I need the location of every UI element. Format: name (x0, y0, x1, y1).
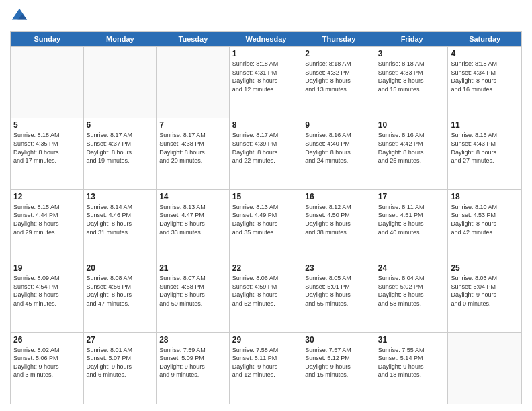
cell-detail: Sunrise: 8:17 AM Sunset: 4:37 PM Dayligh… (87, 131, 154, 165)
calendar-cell (84, 47, 157, 118)
cell-detail: Sunrise: 8:02 AM Sunset: 5:06 PM Dayligh… (13, 346, 81, 379)
cell-detail: Sunrise: 8:14 AM Sunset: 4:46 PM Dayligh… (87, 203, 154, 236)
day-number: 28 (159, 335, 226, 345)
cell-detail: Sunrise: 8:11 AM Sunset: 4:51 PM Dayligh… (378, 203, 445, 236)
day-number: 14 (159, 192, 226, 201)
weekday-header: Tuesday (157, 32, 230, 46)
cell-detail: Sunrise: 7:59 AM Sunset: 5:09 PM Dayligh… (159, 346, 226, 379)
cell-detail: Sunrise: 8:18 AM Sunset: 4:33 PM Dayligh… (378, 60, 445, 93)
calendar-cell: 3Sunrise: 8:18 AM Sunset: 4:33 PM Daylig… (375, 47, 449, 118)
day-number: 29 (232, 335, 300, 345)
calendar-cell: 24Sunrise: 8:04 AM Sunset: 5:02 PM Dayli… (375, 261, 449, 332)
cell-detail: Sunrise: 8:18 AM Sunset: 4:34 PM Dayligh… (451, 60, 519, 93)
cell-detail: Sunrise: 8:16 AM Sunset: 4:40 PM Dayligh… (305, 131, 372, 165)
day-number: 9 (305, 120, 372, 130)
day-number: 2 (305, 49, 372, 58)
day-number: 19 (13, 263, 81, 273)
logo-icon (10, 7, 29, 26)
calendar-cell: 25Sunrise: 8:03 AM Sunset: 5:04 PM Dayli… (448, 261, 521, 332)
cell-detail: Sunrise: 8:10 AM Sunset: 4:53 PM Dayligh… (451, 203, 519, 236)
calendar-cell: 5Sunrise: 8:18 AM Sunset: 4:35 PM Daylig… (11, 118, 84, 189)
calendar-cell: 20Sunrise: 8:08 AM Sunset: 4:56 PM Dayli… (84, 261, 157, 332)
calendar-cell: 19Sunrise: 8:09 AM Sunset: 4:54 PM Dayli… (11, 261, 84, 332)
cell-detail: Sunrise: 8:08 AM Sunset: 4:56 PM Dayligh… (87, 274, 154, 308)
calendar-cell (448, 333, 521, 404)
calendar-cell: 18Sunrise: 8:10 AM Sunset: 4:53 PM Dayli… (448, 190, 521, 261)
logo (10, 7, 32, 26)
day-number: 4 (451, 49, 519, 58)
calendar-cell: 31Sunrise: 7:55 AM Sunset: 5:14 PM Dayli… (375, 333, 449, 404)
day-number: 3 (378, 49, 445, 58)
cell-detail: Sunrise: 8:16 AM Sunset: 4:42 PM Dayligh… (378, 131, 445, 165)
day-number: 18 (451, 192, 519, 201)
cell-detail: Sunrise: 7:58 AM Sunset: 5:11 PM Dayligh… (232, 346, 300, 379)
calendar-cell: 22Sunrise: 8:06 AM Sunset: 4:59 PM Dayli… (230, 261, 303, 332)
calendar-cell: 2Sunrise: 8:18 AM Sunset: 4:32 PM Daylig… (302, 47, 375, 118)
cell-detail: Sunrise: 8:13 AM Sunset: 4:49 PM Dayligh… (232, 203, 300, 236)
calendar-cell: 30Sunrise: 7:57 AM Sunset: 5:12 PM Dayli… (302, 333, 375, 404)
cell-detail: Sunrise: 8:13 AM Sunset: 4:47 PM Dayligh… (159, 203, 226, 236)
cell-detail: Sunrise: 8:18 AM Sunset: 4:32 PM Dayligh… (305, 60, 372, 93)
day-number: 7 (159, 120, 226, 130)
calendar-row: 12Sunrise: 8:15 AM Sunset: 4:44 PM Dayli… (11, 189, 521, 261)
calendar-cell (157, 47, 230, 118)
weekday-header: Wednesday (230, 32, 303, 46)
day-number: 25 (451, 263, 519, 273)
calendar-cell (11, 47, 84, 118)
calendar-cell: 14Sunrise: 8:13 AM Sunset: 4:47 PM Dayli… (157, 190, 230, 261)
page: SundayMondayTuesdayWednesdayThursdayFrid… (0, 0, 532, 411)
cell-detail: Sunrise: 8:04 AM Sunset: 5:02 PM Dayligh… (378, 274, 445, 308)
cell-detail: Sunrise: 8:07 AM Sunset: 4:58 PM Dayligh… (159, 274, 226, 308)
calendar-cell: 29Sunrise: 7:58 AM Sunset: 5:11 PM Dayli… (230, 333, 303, 404)
day-number: 1 (232, 49, 300, 58)
calendar-cell: 28Sunrise: 7:59 AM Sunset: 5:09 PM Dayli… (157, 333, 230, 404)
cell-detail: Sunrise: 8:18 AM Sunset: 4:35 PM Dayligh… (13, 131, 81, 165)
cell-detail: Sunrise: 8:17 AM Sunset: 4:38 PM Dayligh… (159, 131, 226, 165)
calendar-row: 19Sunrise: 8:09 AM Sunset: 4:54 PM Dayli… (11, 261, 521, 332)
weekday-header: Saturday (448, 32, 521, 46)
calendar-cell: 1Sunrise: 8:18 AM Sunset: 4:31 PM Daylig… (230, 47, 303, 118)
weekday-header: Thursday (302, 32, 375, 46)
calendar-cell: 8Sunrise: 8:17 AM Sunset: 4:39 PM Daylig… (230, 118, 303, 189)
day-number: 12 (13, 192, 81, 201)
cell-detail: Sunrise: 8:03 AM Sunset: 5:04 PM Dayligh… (451, 274, 519, 308)
calendar-cell: 27Sunrise: 8:01 AM Sunset: 5:07 PM Dayli… (84, 333, 157, 404)
cell-detail: Sunrise: 8:05 AM Sunset: 5:01 PM Dayligh… (305, 274, 372, 308)
calendar-row: 26Sunrise: 8:02 AM Sunset: 5:06 PM Dayli… (11, 332, 521, 404)
calendar-cell: 9Sunrise: 8:16 AM Sunset: 4:40 PM Daylig… (302, 118, 375, 189)
day-number: 8 (232, 120, 300, 130)
calendar-header: SundayMondayTuesdayWednesdayThursdayFrid… (11, 32, 521, 46)
day-number: 5 (13, 120, 81, 130)
cell-detail: Sunrise: 8:18 AM Sunset: 4:31 PM Dayligh… (232, 60, 300, 93)
day-number: 10 (378, 120, 445, 130)
cell-detail: Sunrise: 8:09 AM Sunset: 4:54 PM Dayligh… (13, 274, 81, 308)
cell-detail: Sunrise: 8:17 AM Sunset: 4:39 PM Dayligh… (232, 131, 300, 165)
day-number: 13 (87, 192, 154, 201)
calendar-body: 1Sunrise: 8:18 AM Sunset: 4:31 PM Daylig… (11, 46, 521, 404)
day-number: 24 (378, 263, 445, 273)
day-number: 26 (13, 335, 81, 345)
calendar-row: 1Sunrise: 8:18 AM Sunset: 4:31 PM Daylig… (11, 46, 521, 118)
cell-detail: Sunrise: 8:06 AM Sunset: 4:59 PM Dayligh… (232, 274, 300, 308)
calendar-cell: 12Sunrise: 8:15 AM Sunset: 4:44 PM Dayli… (11, 190, 84, 261)
header (10, 7, 522, 26)
calendar-row: 5Sunrise: 8:18 AM Sunset: 4:35 PM Daylig… (11, 118, 521, 189)
calendar-cell: 11Sunrise: 8:15 AM Sunset: 4:43 PM Dayli… (448, 118, 521, 189)
day-number: 22 (232, 263, 300, 273)
calendar-cell: 10Sunrise: 8:16 AM Sunset: 4:42 PM Dayli… (375, 118, 449, 189)
calendar-cell: 23Sunrise: 8:05 AM Sunset: 5:01 PM Dayli… (302, 261, 375, 332)
calendar-cell: 26Sunrise: 8:02 AM Sunset: 5:06 PM Dayli… (11, 333, 84, 404)
calendar-cell: 21Sunrise: 8:07 AM Sunset: 4:58 PM Dayli… (157, 261, 230, 332)
calendar-cell: 17Sunrise: 8:11 AM Sunset: 4:51 PM Dayli… (375, 190, 449, 261)
weekday-header: Sunday (11, 32, 84, 46)
calendar-cell: 13Sunrise: 8:14 AM Sunset: 4:46 PM Dayli… (84, 190, 157, 261)
day-number: 20 (87, 263, 154, 273)
day-number: 23 (305, 263, 372, 273)
cell-detail: Sunrise: 7:55 AM Sunset: 5:14 PM Dayligh… (378, 346, 445, 379)
calendar-cell: 4Sunrise: 8:18 AM Sunset: 4:34 PM Daylig… (448, 47, 521, 118)
cell-detail: Sunrise: 7:57 AM Sunset: 5:12 PM Dayligh… (305, 346, 372, 379)
day-number: 30 (305, 335, 372, 345)
cell-detail: Sunrise: 8:15 AM Sunset: 4:44 PM Dayligh… (13, 203, 81, 236)
day-number: 27 (87, 335, 154, 345)
day-number: 16 (305, 192, 372, 201)
